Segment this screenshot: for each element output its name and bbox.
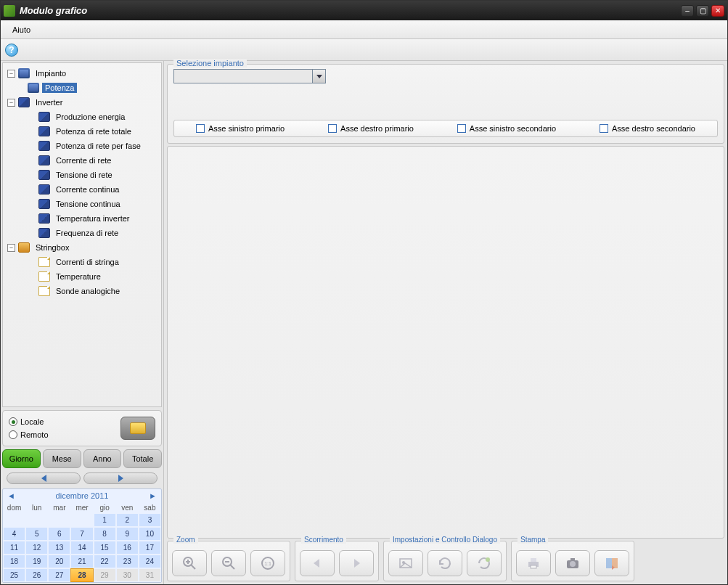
print-button[interactable] <box>516 550 551 576</box>
chk-left-secondary[interactable]: Asse sinistro secondario <box>457 124 556 133</box>
export-button[interactable] <box>594 550 629 576</box>
nav-next-button[interactable] <box>83 472 158 484</box>
radio-dot <box>9 417 17 426</box>
cal-day[interactable]: 15 <box>94 541 116 555</box>
scroll-left-button[interactable] <box>300 550 335 576</box>
cal-day[interactable]: 5 <box>25 527 48 541</box>
scroll-right-button[interactable] <box>339 550 374 576</box>
menu-help[interactable]: Aiuto <box>7 22 36 37</box>
cal-day[interactable]: 21 <box>70 555 93 568</box>
plant-select[interactable] <box>173 69 326 83</box>
cal-day[interactable]: 25 <box>3 568 25 582</box>
cal-day-other[interactable]: 29 <box>94 568 116 582</box>
help-icon[interactable]: ? <box>5 44 18 57</box>
selection-fieldset: Selezione impianto Asse sinistro primari… <box>167 64 724 144</box>
cal-day[interactable]: 11 <box>3 541 25 555</box>
cal-day[interactable]: 2 <box>116 513 139 527</box>
tree-expander[interactable]: − <box>7 99 15 107</box>
cal-day[interactable]: 3 <box>139 513 161 527</box>
cal-day[interactable]: 10 <box>139 527 161 541</box>
tree-expander[interactable]: − <box>7 244 15 252</box>
cal-day[interactable]: 23 <box>116 555 139 568</box>
chk-left-primary[interactable]: Asse sinistro primario <box>196 124 285 133</box>
zoom-out-button[interactable] <box>211 550 246 576</box>
cal-day[interactable]: 12 <box>25 541 48 555</box>
cal-day[interactable]: 16 <box>116 541 139 555</box>
dialog-control-button[interactable] <box>467 550 502 576</box>
tab-total[interactable]: Totale <box>123 449 162 468</box>
cal-day[interactable]: 18 <box>3 555 25 568</box>
tree-expander[interactable]: − <box>7 70 15 78</box>
tree-label: Corrente di rete <box>53 155 114 165</box>
maximize-button[interactable]: ▢ <box>696 5 709 17</box>
tree-node-inverter-item[interactable]: Tensione continua <box>4 197 160 211</box>
tree-node-inverter[interactable]: − Inverter <box>4 95 160 110</box>
tree-label: Tensione continua <box>53 199 123 209</box>
cal-day[interactable]: 17 <box>139 541 161 555</box>
cal-day[interactable]: 27 <box>48 568 70 582</box>
cal-day[interactable]: 7 <box>70 527 93 541</box>
app-icon <box>4 5 15 17</box>
tree-node-inverter-item[interactable]: Potenza di rete per fase <box>4 139 160 153</box>
cal-prev-button[interactable]: ◄ <box>7 491 15 500</box>
radio-dot <box>9 430 17 439</box>
cal-day[interactable]: 19 <box>25 555 48 568</box>
cal-day[interactable]: 1 <box>94 513 116 527</box>
radio-remote[interactable]: Remoto <box>9 430 120 439</box>
axis-bar: Asse sinistro primario Asse destro prima… <box>173 120 718 137</box>
tree-node-inverter-item[interactable]: Potenza di rete totale <box>4 124 160 139</box>
close-button[interactable]: ✕ <box>711 5 724 17</box>
cal-day[interactable]: 20 <box>48 555 70 568</box>
tree-node-inverter-item[interactable]: Tensione di rete <box>4 168 160 182</box>
cal-day[interactable]: 6 <box>48 527 70 541</box>
chk-right-primary[interactable]: Asse destro primario <box>328 124 414 133</box>
tab-month[interactable]: Mese <box>43 449 81 468</box>
cal-next-button[interactable]: ► <box>149 491 157 500</box>
cal-day[interactable]: 4 <box>3 527 25 541</box>
chevron-down-icon <box>312 70 325 83</box>
snapshot-button[interactable] <box>555 550 590 576</box>
cal-day[interactable]: 28 <box>70 568 93 582</box>
cal-title[interactable]: dicembre 2011 <box>56 491 109 500</box>
open-folder-button[interactable] <box>120 417 155 440</box>
tree-node-inverter-item[interactable]: Produzione energia <box>4 110 160 124</box>
cal-day[interactable]: 9 <box>116 527 139 541</box>
chk-right-secondary[interactable]: Asse destro secondario <box>600 124 695 133</box>
tree-node-stringbox-item[interactable]: Temperature <box>4 269 160 284</box>
tree-node-impianto[interactable]: − Impianto <box>4 66 160 81</box>
tree-node-potenza[interactable]: Potenza <box>4 81 160 95</box>
tree-node-inverter-item[interactable]: Corrente continua <box>4 182 160 197</box>
zoom-in-button[interactable] <box>172 550 207 576</box>
tree-node-stringbox-item[interactable]: Correnti di stringa <box>4 255 160 269</box>
doc-icon <box>38 271 50 282</box>
cal-dow: mer <box>70 502 93 513</box>
cal-day[interactable]: 24 <box>139 555 161 568</box>
tree-label: Corrente continua <box>53 184 122 195</box>
cal-blank <box>48 513 70 527</box>
cal-day-other[interactable]: 31 <box>139 568 161 582</box>
cal-dow: dom <box>3 502 25 513</box>
titlebar: Modulo grafico – ▢ ✕ <box>1 1 727 20</box>
tab-year[interactable]: Anno <box>83 449 122 468</box>
minimize-button[interactable]: – <box>681 5 694 17</box>
cal-day[interactable]: 8 <box>94 527 116 541</box>
tree-label: Potenza di rete per fase <box>53 141 144 151</box>
refresh-button[interactable] <box>428 550 462 576</box>
image-settings-button[interactable] <box>388 550 423 576</box>
radio-label: Remoto <box>20 430 49 439</box>
radio-local[interactable]: Locale <box>9 417 120 426</box>
inverter-group-icon <box>18 97 30 107</box>
tree-node-stringbox[interactable]: − Stringbox <box>4 240 160 255</box>
tree-node-inverter-item[interactable]: Temperatura inverter <box>4 211 160 226</box>
tree-node-stringbox-item[interactable]: Sonde analogiche <box>4 284 160 298</box>
cal-day[interactable]: 13 <box>48 541 70 555</box>
tree-node-inverter-item[interactable]: Corrente di rete <box>4 153 160 168</box>
zoom-reset-button[interactable]: 1:1 <box>250 550 285 576</box>
cal-day-other[interactable]: 30 <box>116 568 139 582</box>
cal-day[interactable]: 26 <box>25 568 48 582</box>
cal-day[interactable]: 22 <box>94 555 116 568</box>
tab-day[interactable]: Giorno <box>2 449 41 468</box>
nav-prev-button[interactable] <box>7 472 81 484</box>
tree-node-inverter-item[interactable]: Frequenza di rete <box>4 226 160 240</box>
cal-day[interactable]: 14 <box>70 541 93 555</box>
